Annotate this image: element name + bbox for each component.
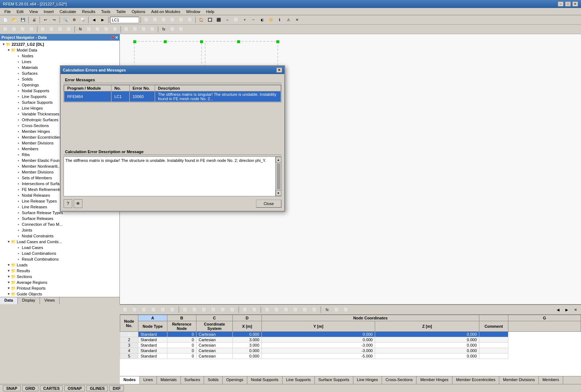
- btn14[interactable]: ⬜: [186, 16, 194, 24]
- tree-item-nodal-constraints[interactable]: ▪Nodal Constraints: [1, 233, 119, 239]
- nav-close-btn[interactable]: ✕: [115, 36, 118, 40]
- t2-btn7[interactable]: ⬜: [56, 25, 64, 33]
- error-table-row[interactable]: RFEM64LC110060The stiffness matrix is si…: [64, 91, 281, 102]
- bottom-tab-cross-sections[interactable]: Cross-Sections: [382, 376, 417, 384]
- open-btn[interactable]: 📂: [10, 16, 18, 24]
- tree-item-model-data[interactable]: ▼📁Model Data: [1, 47, 119, 53]
- print-btn[interactable]: 🖨: [30, 16, 38, 24]
- nav-tab-data[interactable]: Data: [0, 297, 18, 304]
- table-btn7[interactable]: ⬜: [181, 306, 189, 314]
- btn15[interactable]: 🏠: [197, 16, 205, 24]
- tree-item-sections[interactable]: ▼📁Sections: [1, 274, 119, 279]
- tree-item-average-regions[interactable]: ▼📁Average Regions: [1, 279, 119, 285]
- table-btn14[interactable]: ⬜: [251, 306, 259, 314]
- table-btn1[interactable]: ⬜: [121, 306, 129, 314]
- table-btn2[interactable]: ⬜: [131, 306, 139, 314]
- t2-btn2[interactable]: ⬜: [10, 25, 18, 33]
- scroll-up-btn[interactable]: ▲: [276, 157, 281, 163]
- table-btn11[interactable]: ⬜: [219, 306, 227, 314]
- btn22[interactable]: ◐: [258, 16, 266, 24]
- table-row[interactable]: 1Standard0Cartesian0.0000.0000.000: [120, 332, 581, 337]
- tree-item-load-combinations[interactable]: ▪Load Combinations: [1, 250, 119, 256]
- menu-item-options[interactable]: Options: [129, 9, 148, 15]
- tree-item-loads[interactable]: ▼📁Loads: [1, 262, 119, 268]
- btn9[interactable]: ⬜: [142, 16, 150, 24]
- table-btn20[interactable]: ⬜: [310, 306, 318, 314]
- t2-btn5[interactable]: ⬜: [39, 25, 47, 33]
- menu-item-edit[interactable]: Edit: [14, 9, 27, 15]
- tree-toggle-load-cases-combina[interactable]: ▼: [7, 240, 11, 244]
- minimize-button[interactable]: −: [558, 1, 564, 7]
- bottom-tab-member-divisions[interactable]: Member Divisions: [499, 376, 539, 384]
- table-row[interactable]: 2Standard0Cartesian3.0000.0000.000: [120, 337, 581, 343]
- table-btn19[interactable]: ⬜: [301, 306, 309, 314]
- tree-toggle-results[interactable]: ▼: [7, 269, 11, 273]
- t2-btn15[interactable]: ⬜: [131, 25, 139, 33]
- table-btn22[interactable]: ⬜: [342, 306, 350, 314]
- btn8[interactable]: ▶: [99, 16, 107, 24]
- table-btn21[interactable]: ⬜: [333, 306, 341, 314]
- menu-item-calculate[interactable]: Calculate: [57, 9, 79, 15]
- btn6[interactable]: 📊: [79, 16, 87, 24]
- btn26[interactable]: ✕: [293, 16, 301, 24]
- table-btn3[interactable]: ⬜: [140, 306, 148, 314]
- tree-toggle-sections[interactable]: ▼: [7, 275, 11, 278]
- menu-item-view[interactable]: View: [27, 9, 41, 15]
- btn12[interactable]: ⬜: [168, 16, 176, 24]
- tree-item-connection-of-two[interactable]: ▪Connection of Two M...: [1, 221, 119, 227]
- btn23[interactable]: 🔆: [267, 16, 275, 24]
- bottom-tab-member-hinges[interactable]: Member Hinges: [417, 376, 452, 384]
- table-btn8[interactable]: ⬜: [191, 306, 199, 314]
- table-btn17[interactable]: ⬜: [282, 306, 290, 314]
- table-btn-fx[interactable]: fx: [323, 306, 331, 314]
- bottom-tab-line-hinges[interactable]: Line Hinges: [353, 376, 382, 384]
- t2-btn13[interactable]: ⬜: [111, 25, 119, 33]
- eye-icon-btn[interactable]: 👁: [74, 199, 82, 208]
- btn21[interactable]: −: [249, 16, 257, 24]
- bottom-tab-member-eccentricities[interactable]: Member Eccentricities: [452, 376, 499, 384]
- t2-btn12[interactable]: ⬜: [102, 25, 110, 33]
- bottom-tab-nodes[interactable]: Nodes: [120, 376, 140, 384]
- btn7[interactable]: ◀: [90, 16, 98, 24]
- t2-btn18[interactable]: fx: [160, 25, 168, 33]
- table-btn16[interactable]: ⬜: [273, 306, 281, 314]
- btn17[interactable]: ⬛: [215, 16, 223, 24]
- btn16[interactable]: 🔲: [206, 16, 214, 24]
- save-btn[interactable]: 💾: [19, 16, 27, 24]
- close-window-button[interactable]: ✕: [572, 1, 578, 7]
- status-btn-dxf[interactable]: DXF: [109, 385, 124, 391]
- table-btn4[interactable]: ⬜: [150, 306, 158, 314]
- btn4[interactable]: 🔍: [61, 16, 69, 24]
- btn19[interactable]: ⬜: [232, 16, 240, 24]
- table-btn13[interactable]: ⬜: [241, 306, 249, 314]
- table-row[interactable]: 4Standard0Cartesian0.000-3.0000.000: [120, 348, 581, 354]
- t2-btn16[interactable]: ⬜: [140, 25, 148, 33]
- help-icon-btn[interactable]: ?: [64, 199, 72, 208]
- bottom-tab-surface-supports[interactable]: Surface Supports: [315, 376, 353, 384]
- status-btn-osnap[interactable]: OSNAP: [64, 385, 85, 391]
- status-btn-glines[interactable]: GLINES: [86, 385, 108, 391]
- menu-item-results[interactable]: Results: [79, 9, 98, 15]
- tree-item-joints[interactable]: ▪Joints: [1, 227, 119, 233]
- menu-item-tools[interactable]: Tools: [98, 9, 113, 15]
- t2-btn14[interactable]: ⬜: [122, 25, 130, 33]
- redo-btn[interactable]: ↪: [50, 16, 58, 24]
- bottom-tab-lines[interactable]: Lines: [140, 376, 157, 384]
- table-btn18[interactable]: ⬜: [292, 306, 300, 314]
- table-btn5[interactable]: ⬜: [159, 306, 167, 314]
- bottom-tab-openings[interactable]: Openings: [223, 376, 247, 384]
- table-row[interactable]: 5Standard0Cartesian0.000-5.0000.000: [120, 354, 581, 359]
- scroll-down-btn[interactable]: ▼: [276, 190, 281, 196]
- bottom-tab-surfaces[interactable]: Surfaces: [181, 376, 204, 384]
- nav-pin-btn[interactable]: 📌: [110, 36, 114, 40]
- tree-toggle-loads[interactable]: ▼: [7, 263, 11, 267]
- menu-item-file[interactable]: File: [1, 9, 14, 15]
- table-btn12[interactable]: ⬜: [228, 306, 236, 314]
- nav-tab-display[interactable]: Display: [18, 297, 40, 304]
- btn18[interactable]: ↔: [223, 16, 231, 24]
- t2-btn4[interactable]: ⬜: [28, 25, 36, 33]
- t2-btn10[interactable]: ⬜: [85, 25, 93, 33]
- tree-item-nodes[interactable]: ▪Nodes: [1, 53, 119, 59]
- t2-btn20[interactable]: ⬜: [177, 25, 185, 33]
- tree-item-lines[interactable]: ▪Lines: [1, 59, 119, 65]
